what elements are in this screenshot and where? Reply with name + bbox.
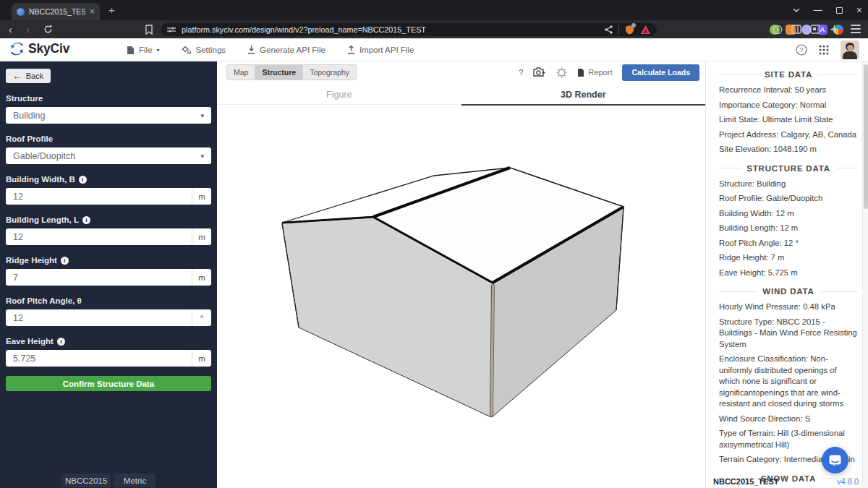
- summary-item: Building Length: 12 m: [719, 223, 858, 234]
- summary-item: Roof Profile: Gable/Duopitch: [719, 193, 858, 205]
- back-button[interactable]: ← Back: [6, 69, 51, 83]
- site-settings-icon[interactable]: [167, 26, 176, 33]
- url-text[interactable]: platform.skyciv.com/design/wind/v2?prelo…: [182, 25, 605, 34]
- extension-shield-icon[interactable]: [625, 25, 634, 35]
- report-label: Report: [588, 68, 612, 77]
- bookmark-icon[interactable]: [145, 25, 153, 35]
- summary-item: Project Address: Calgary, AB, Canada: [719, 129, 858, 141]
- input-building-length-l[interactable]: 12m: [6, 228, 211, 245]
- code-tab-nbcc2015[interactable]: NBCC2015: [61, 474, 111, 487]
- field-label-building-length-l: Building Length, Li: [6, 215, 211, 224]
- tab-map[interactable]: Map: [226, 64, 255, 80]
- summary-item: Roof Pitch Angle: 12 °: [719, 238, 858, 249]
- info-icon[interactable]: i: [82, 216, 90, 224]
- history-icon[interactable]: [773, 25, 783, 35]
- select-roof-profile[interactable]: Gable/Duopitch▾: [6, 147, 211, 164]
- tab-figure[interactable]: Figure: [217, 85, 461, 104]
- info-icon[interactable]: i: [57, 338, 65, 346]
- unit-label: m: [192, 269, 211, 286]
- input-ridge-height[interactable]: 7m: [6, 269, 211, 286]
- new-tab-button[interactable]: +: [109, 4, 115, 16]
- header-menu: File▾SettingsGenerate API FileImport API…: [127, 38, 414, 61]
- building-3d-render[interactable]: [217, 105, 705, 474]
- minimize-icon[interactable]: —: [814, 6, 822, 14]
- calculate-loads-button[interactable]: Calculate Loads: [622, 64, 699, 81]
- view-tabs: MapStructureTopography: [226, 64, 357, 80]
- screenshot-camera-icon[interactable]: [533, 67, 546, 77]
- back-nav-icon[interactable]: ‹: [9, 25, 12, 35]
- chat-icon: [829, 455, 841, 466]
- user-avatar[interactable]: [841, 40, 859, 59]
- units-tab-metric[interactable]: Metric: [114, 474, 156, 487]
- forward-nav-icon[interactable]: ›: [26, 25, 30, 35]
- summary-item: Enclosure Classification: Non-uniformly …: [719, 354, 858, 410]
- apps-grid-icon[interactable]: [819, 45, 829, 55]
- info-icon[interactable]: i: [61, 257, 69, 265]
- section-header-site-data: SITE DATA: [719, 70, 858, 79]
- tab-group-icon[interactable]: [810, 25, 820, 34]
- browser-menu-icon[interactable]: [851, 25, 861, 33]
- scrollbar-thumb[interactable]: [864, 64, 868, 209]
- input-building-width-b[interactable]: 12m: [6, 188, 211, 205]
- unit-label: m: [192, 228, 211, 245]
- menu-import-api-file[interactable]: Import API File: [347, 46, 414, 54]
- corner-column: [492, 285, 493, 416]
- unit-label: m: [192, 188, 211, 205]
- close-icon[interactable]: ×: [856, 5, 862, 15]
- browser-toolbar: ‹ › platform.skyciv.com/design/wind/v2?p…: [0, 20, 868, 38]
- main-toolbar: ? Report Calculate Loads: [519, 64, 699, 81]
- summary-item: Limit State: Ultimate Limit State: [719, 114, 858, 126]
- tab-title: NBCC2015_TEST | SkyCi: [29, 7, 85, 16]
- chevron-down-icon: ▾: [200, 153, 211, 160]
- share-icon[interactable]: [605, 25, 613, 34]
- brand-name: SkyCiv: [28, 41, 69, 56]
- unit-label: m: [192, 350, 211, 367]
- url-bar[interactable]: platform.skyciv.com/design/wind/v2?prelo…: [161, 23, 657, 37]
- tab-close-icon[interactable]: ×: [90, 7, 95, 16]
- tab-structure[interactable]: Structure: [255, 64, 303, 80]
- field-label-roof-profile: Roof Profile: [6, 134, 211, 143]
- app-header: SkyCiv File▾SettingsGenerate API FileImp…: [0, 38, 868, 61]
- chat-bubble-button[interactable]: [822, 447, 848, 474]
- confirm-structure-data-button[interactable]: Confirm Structure Data: [6, 376, 211, 391]
- sparkle-icon[interactable]: [830, 25, 839, 34]
- chevron-down-icon: ▾: [157, 47, 160, 53]
- window-controls: — ×: [793, 0, 862, 20]
- panel-scrollbar[interactable]: [862, 61, 868, 488]
- render-settings-gear-icon[interactable]: [556, 67, 567, 78]
- menu-file[interactable]: File▾: [127, 46, 160, 55]
- section-header-structure-data: STRUCTURE DATA: [719, 164, 858, 173]
- info-icon[interactable]: i: [79, 176, 87, 184]
- select-structure[interactable]: Building▾: [6, 107, 211, 124]
- main-view: MapStructureTopography ? Report Calculat…: [217, 61, 705, 488]
- summary-sections: SITE DATARecurrence Interval: 50 yearsIm…: [719, 70, 858, 488]
- chevron-down-icon: ▾: [200, 112, 211, 119]
- menu-generate-api-file[interactable]: Generate API File: [247, 46, 326, 54]
- download-icon: [247, 46, 255, 54]
- input-eave-height[interactable]: 5.725m: [6, 350, 211, 367]
- browser-tab[interactable]: NBCC2015_TEST | SkyCi ×: [12, 3, 100, 20]
- reload-icon[interactable]: [43, 25, 53, 34]
- help-icon[interactable]: ?: [796, 44, 807, 56]
- skyciv-favicon-icon: [17, 8, 25, 16]
- toolbar-help-button[interactable]: ?: [519, 68, 523, 77]
- skyciv-logo-icon: [9, 41, 25, 56]
- skyciv-logo[interactable]: SkyCiv: [9, 41, 69, 56]
- unit-label: °: [192, 309, 211, 326]
- panel-footer: NBCC2015_TEST v4.8.0: [706, 475, 868, 487]
- side-panel-icon[interactable]: [791, 25, 801, 34]
- restore-icon[interactable]: [836, 7, 843, 14]
- tab-3d-render[interactable]: 3D Render: [461, 85, 706, 106]
- input-roof-pitch-angle[interactable]: 12°: [6, 309, 211, 326]
- tab-topography[interactable]: Topography: [303, 64, 357, 80]
- report-doc-icon: [577, 68, 584, 77]
- sidebar-footer: NBCC2015 Metric: [0, 474, 217, 487]
- section-header-wind-data: WIND DATA: [719, 287, 858, 296]
- back-label: Back: [26, 72, 43, 80]
- field-label-ridge-height: Ridge Heighti: [6, 256, 211, 265]
- extension-triangle-icon[interactable]: [641, 25, 650, 34]
- menu-settings[interactable]: Settings: [182, 46, 226, 55]
- window-chevron-icon[interactable]: [793, 8, 800, 12]
- summary-item: Structure: Building: [719, 179, 858, 190]
- report-button[interactable]: Report: [577, 68, 612, 77]
